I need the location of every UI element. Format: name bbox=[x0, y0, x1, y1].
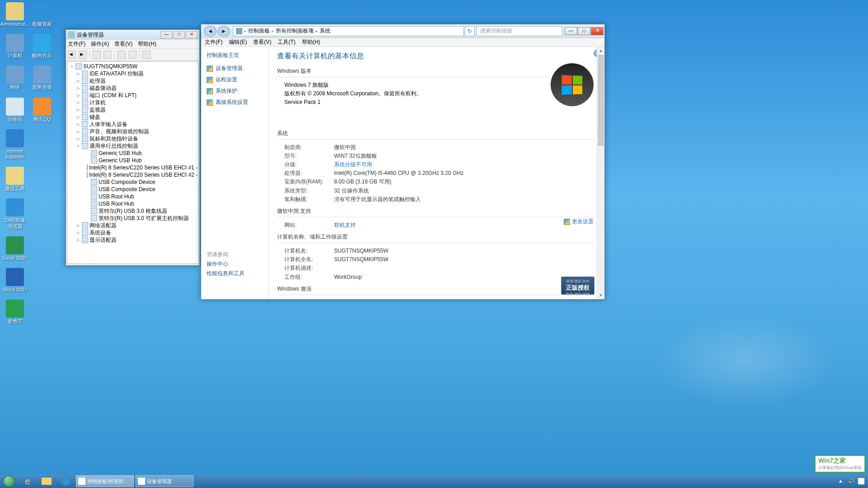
tree-node[interactable]: ▷计算机 bbox=[68, 99, 197, 106]
info-row: 计算机全名:SUGT7NSQMKIP55W bbox=[284, 255, 595, 264]
menu-item[interactable]: 文件(F) bbox=[68, 40, 85, 48]
tree-node[interactable]: ▷键盘 bbox=[68, 113, 197, 121]
desktop-icon[interactable]: 回收站 bbox=[2, 98, 28, 122]
desktop-icon[interactable]: 激活工具 bbox=[2, 167, 28, 192]
tree-node[interactable]: ▷人体学输入设备 bbox=[68, 121, 197, 128]
toolbar-icon[interactable] bbox=[118, 51, 126, 59]
tree-leaf[interactable]: USB Composite Device bbox=[68, 186, 197, 193]
desktop-icon[interactable]: 2345加速浏览器 bbox=[2, 198, 28, 229]
toolbar-icon[interactable] bbox=[93, 51, 101, 59]
info-row: 制造商:微软中国 bbox=[284, 143, 595, 152]
toolbar-icon[interactable] bbox=[128, 51, 137, 59]
menu-item[interactable]: 查看(V) bbox=[114, 40, 132, 48]
back-icon[interactable]: ◄ bbox=[68, 51, 76, 59]
pinned-ie2[interactable] bbox=[56, 475, 75, 488]
desktop-icon[interactable]: 计算机 bbox=[2, 34, 28, 59]
tree-leaf[interactable]: Intel(R) 8 Series/C220 Series USB EHCI #… bbox=[68, 164, 197, 171]
tree-node[interactable]: ▷声音、视频和游戏控制器 bbox=[68, 128, 197, 135]
scroll-thumb[interactable] bbox=[598, 55, 604, 145]
tray-arrow-icon[interactable]: ▲ bbox=[838, 478, 844, 484]
scrollbar[interactable]: ▲ ▼ bbox=[597, 47, 604, 299]
sidebar-title[interactable]: 控制面板主页 bbox=[207, 52, 263, 59]
desktop-icon[interactable]: 网络 bbox=[2, 66, 28, 90]
desktop-icon[interactable]: 电脑管家 bbox=[29, 2, 55, 27]
scroll-down[interactable]: ▼ bbox=[597, 291, 604, 299]
close-button[interactable]: ✕ bbox=[186, 31, 198, 38]
see-also-link[interactable]: 操作中心 bbox=[207, 260, 245, 268]
genuine-badge[interactable]: 使用 微软 软件 正版授权 安全 稳定 声望 bbox=[561, 277, 594, 295]
breadcrumb-item[interactable]: 所有控制面板项 bbox=[276, 27, 314, 35]
tree-node[interactable]: ▷鼠标和其他指针设备 bbox=[68, 135, 197, 142]
copyright: 版权所有 © 2009 Microsoft Corporation。保留所有权利… bbox=[284, 89, 595, 98]
maximize-button[interactable]: □ bbox=[578, 27, 590, 35]
desktop-icon[interactable]: Word 2007 bbox=[2, 268, 28, 293]
pinned-ie[interactable]: e bbox=[18, 475, 37, 488]
nav-back-button[interactable]: ◄ bbox=[204, 26, 217, 37]
desktop-icon[interactable]: Administrat... bbox=[2, 2, 28, 27]
tree-node[interactable]: ▷系统设备 bbox=[68, 229, 197, 236]
tree-node[interactable]: ▷IDE ATA/ATAPI 控制器 bbox=[68, 70, 197, 77]
desktop-icon[interactable]: Excel 2007 bbox=[2, 236, 28, 261]
search-input[interactable]: 搜索控制面板 bbox=[476, 26, 562, 36]
sidebar-link[interactable]: 设备管理器 bbox=[207, 65, 263, 72]
scroll-up[interactable]: ▲ bbox=[597, 47, 604, 55]
tree-leaf[interactable]: USB Composite Device bbox=[68, 178, 197, 186]
refresh-button[interactable]: ↻ bbox=[465, 26, 475, 36]
tree-node[interactable]: ▷网络适配器 bbox=[68, 222, 197, 229]
menu-item[interactable]: 工具(T) bbox=[278, 38, 295, 46]
tray-flag-icon[interactable] bbox=[858, 478, 864, 484]
toolbar-icon[interactable] bbox=[104, 51, 112, 59]
see-also-link[interactable]: 性能信息和工具 bbox=[207, 270, 245, 277]
menu-item[interactable]: 编辑(E) bbox=[229, 38, 247, 46]
toolbar-icon[interactable] bbox=[142, 51, 151, 59]
desktop-icon[interactable]: Internet Explorer bbox=[2, 129, 28, 160]
menu-item[interactable]: 文件(F) bbox=[205, 38, 222, 46]
minimize-button[interactable]: — bbox=[160, 31, 172, 38]
tree-leaf[interactable]: 英特尔(R) USB 3.0 可扩展主机控制器 bbox=[68, 215, 197, 222]
close-button[interactable]: ✕ bbox=[591, 27, 604, 35]
tree-leaf[interactable]: 英特尔(R) USB 3.0 根集线器 bbox=[68, 207, 197, 215]
address-bar[interactable]: ▸ 控制面板 ▸ 所有控制面板项 ▸ 系统 bbox=[233, 26, 464, 36]
sys-titlebar[interactable]: ◄ ► ▸ 控制面板 ▸ 所有控制面板项 ▸ 系统 ↻ 搜索控制面板 — □ ✕ bbox=[201, 24, 604, 38]
start-button[interactable] bbox=[0, 474, 18, 488]
tree-node[interactable]: ▷端口 (COM 和 LPT) bbox=[68, 92, 197, 99]
minimize-button[interactable]: — bbox=[565, 27, 577, 35]
tree-leaf[interactable]: USB Root Hub bbox=[68, 193, 197, 200]
taskbar-task[interactable]: 设备管理器 bbox=[136, 475, 193, 487]
tree-node[interactable]: ▷磁盘驱动器 bbox=[68, 84, 197, 92]
taskbar-task[interactable]: 控制面板\所有控... bbox=[76, 475, 134, 487]
breadcrumb-item[interactable]: 系统 bbox=[320, 27, 330, 35]
nav-forward-button[interactable]: ► bbox=[217, 26, 230, 37]
devmgr-titlebar[interactable]: 设备管理器 — □ ✕ bbox=[66, 30, 199, 40]
sidebar-link[interactable]: 系统保护 bbox=[207, 87, 263, 95]
support-link[interactable]: 联机支持 bbox=[334, 221, 356, 230]
change-settings-link[interactable]: 更改设置 bbox=[564, 218, 594, 225]
maximize-button[interactable]: □ bbox=[173, 31, 185, 38]
menu-item[interactable]: 操作(A) bbox=[91, 40, 109, 48]
forward-icon[interactable]: ► bbox=[79, 51, 87, 59]
sidebar-link[interactable]: 远程设置 bbox=[207, 76, 263, 84]
menu-item[interactable]: 帮助(H) bbox=[138, 40, 156, 48]
tree-node[interactable]: ▷显示适配器 bbox=[68, 236, 197, 244]
desktop-icon[interactable]: 爱奇艺 bbox=[2, 300, 28, 324]
device-tree[interactable]: ▿SUGT7NSQMKIP55W▷IDE ATA/ATAPI 控制器▷处理器▷磁… bbox=[67, 61, 198, 264]
breadcrumb-item[interactable]: 控制面板 bbox=[248, 27, 270, 35]
desktop-icon[interactable]: 宽带连接 bbox=[29, 66, 55, 90]
tree-node[interactable]: ▷处理器 bbox=[68, 77, 197, 84]
menu-item[interactable]: 查看(V) bbox=[253, 38, 271, 46]
desktop-icon[interactable]: 酷狗音乐 bbox=[29, 34, 55, 59]
tree-root[interactable]: ▿SUGT7NSQMKIP55W bbox=[68, 63, 197, 70]
menu-item[interactable]: 帮助(H) bbox=[302, 38, 321, 46]
rating-link[interactable]: 系统分级不可用 bbox=[334, 160, 372, 169]
tree-leaf[interactable]: Intel(R) 8 Series/C220 Series USB EHCI #… bbox=[68, 171, 197, 178]
tree-node[interactable]: ▿通用串行总线控制器 bbox=[68, 142, 197, 150]
desktop-icon[interactable]: 腾讯QQ bbox=[29, 98, 55, 122]
tree-leaf[interactable]: USB Root Hub bbox=[68, 200, 197, 207]
tree-node[interactable]: ▷监视器 bbox=[68, 106, 197, 113]
shield-icon bbox=[207, 77, 213, 83]
sidebar-link[interactable]: 高级系统设置 bbox=[207, 99, 263, 106]
tree-leaf[interactable]: Generic USB Hub bbox=[68, 157, 197, 164]
tray-volume-icon[interactable]: 🔊 bbox=[848, 478, 854, 484]
pinned-explorer[interactable] bbox=[37, 475, 56, 488]
tree-leaf[interactable]: Generic USB Hub bbox=[68, 150, 197, 157]
